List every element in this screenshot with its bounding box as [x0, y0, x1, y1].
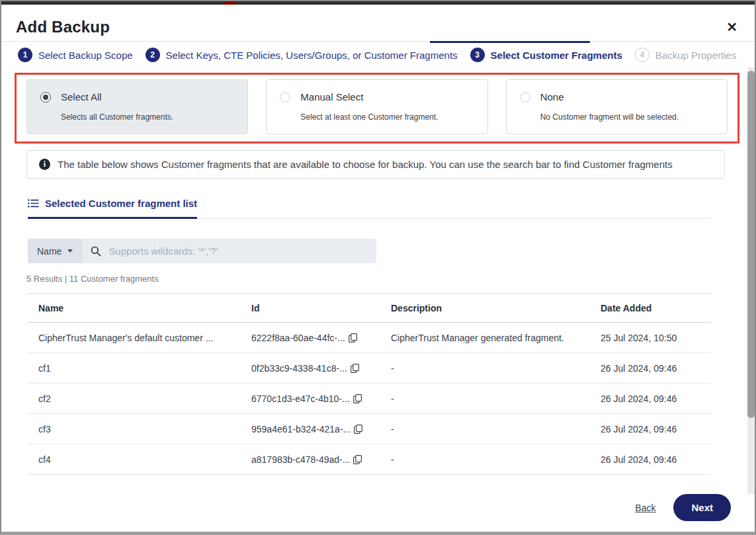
cell-date-added: 26 Jul 2024, 09:46: [601, 424, 711, 434]
cell-name: cf2: [38, 393, 251, 404]
cell-id: 6222f8aa-60ae-44fc-...: [251, 333, 391, 343]
column-header-name: Name: [38, 303, 251, 313]
step-4-backup-properties: 4 Backup Properties: [635, 48, 737, 62]
option-description: Selects all Customer fragments.: [61, 112, 234, 122]
option-card-header: Select All: [40, 91, 234, 103]
step-3-label: Select Customer Fragments: [491, 50, 622, 61]
table-row[interactable]: cf3 959a4e61-b324-421a-... - 26 Jul 2024…: [28, 414, 711, 444]
copy-icon[interactable]: [349, 333, 357, 343]
step-4-label: Backup Properties: [655, 50, 737, 61]
info-banner-text: The table below shows Customer fragments…: [58, 159, 673, 170]
tab-selected-customer-fragment-list[interactable]: Selected Customer fragment list: [28, 198, 197, 219]
cell-date-added: 26 Jul 2024, 09:46: [601, 454, 711, 465]
option-label: Select All: [61, 91, 102, 103]
step-2-select-keys[interactable]: 2 Select Keys, CTE Policies, Users/Group…: [146, 48, 458, 62]
cell-description: -: [391, 363, 601, 374]
option-description: Select at least one Customer fragment.: [300, 112, 474, 122]
column-header-date-added: Date Added: [601, 303, 711, 313]
list-icon: [28, 199, 39, 208]
tab-bar: Selected Customer fragment list: [28, 198, 711, 219]
screenshot-frame: Add Backup ✕ 1 Select Backup Scope 2 Sel…: [0, 0, 756, 535]
results-summary: 5 Results | 11 Customer fragments: [26, 274, 755, 284]
cell-id: 6770c1d3-e47c-4b10-...: [251, 393, 391, 404]
option-label: Manual Select: [300, 91, 363, 103]
cell-description: -: [391, 393, 601, 404]
scrollbar-thumb[interactable]: [747, 71, 755, 418]
search-input[interactable]: [108, 245, 368, 257]
option-card-header: None: [520, 91, 714, 103]
cell-id: 0f2b33c9-4338-41c8-...: [251, 363, 391, 374]
cell-name: cf3: [38, 424, 251, 434]
scrollbar-track[interactable]: [747, 67, 755, 494]
step-1-select-backup-scope[interactable]: 1 Select Backup Scope: [18, 48, 133, 62]
copy-icon[interactable]: [354, 425, 362, 434]
copy-icon[interactable]: [353, 394, 362, 403]
close-icon[interactable]: ✕: [726, 21, 737, 34]
step-2-badge: 2: [146, 48, 160, 62]
chevron-down-icon: [67, 249, 73, 253]
modal-footer: Back Next: [1, 494, 755, 521]
search-field: [82, 239, 376, 263]
tab-label: Selected Customer fragment list: [45, 198, 197, 209]
search-field-selector[interactable]: Name: [28, 239, 82, 263]
annotation-red-box: Select All Selects all Customer fragment…: [15, 73, 739, 144]
cell-date-added: 26 Jul 2024, 09:46: [601, 363, 711, 374]
option-card-manual-select[interactable]: Manual Select Select at least one Custom…: [266, 79, 487, 134]
customer-fragments-table: Name Id Description Date Added CipherTru…: [28, 293, 711, 475]
search-bar: Name: [28, 239, 376, 263]
step-4-badge: 4: [635, 48, 650, 62]
radio-unselected-icon[interactable]: [520, 92, 530, 103]
column-header-id: Id: [251, 303, 391, 313]
table-row[interactable]: cf4 a817983b-c478-49ad-... - 26 Jul 2024…: [28, 444, 711, 475]
cell-date-added: 26 Jul 2024, 09:46: [601, 393, 711, 404]
cell-date-added: 25 Jul 2024, 10:50: [601, 333, 711, 343]
search-icon: [91, 246, 101, 257]
scope-option-cards: Select All Selects all Customer fragment…: [26, 79, 728, 134]
cell-id: 959a4e61-b324-421a-...: [251, 424, 391, 434]
info-icon: i: [39, 159, 50, 170]
active-step-indicator: [430, 41, 590, 43]
option-card-none[interactable]: None No Customer fragment will be select…: [506, 79, 728, 134]
step-1-label: Select Backup Scope: [38, 50, 133, 61]
cell-name: cf4: [38, 454, 251, 465]
cell-description: -: [391, 424, 601, 434]
table-row[interactable]: CipherTrust Manager's default customer .…: [28, 323, 711, 353]
option-description: No Customer fragment will be selected.: [540, 112, 714, 122]
copy-icon[interactable]: [351, 364, 359, 373]
option-card-select-all[interactable]: Select All Selects all Customer fragment…: [26, 79, 248, 134]
radio-unselected-icon[interactable]: [280, 92, 290, 103]
step-2-label: Select Keys, CTE Policies, Users/Groups,…: [166, 50, 458, 61]
option-label: None: [540, 91, 564, 103]
radio-selected-icon[interactable]: [40, 92, 51, 103]
wizard-stepper: 1 Select Backup Scope 2 Select Keys, CTE…: [1, 42, 755, 69]
modal-header: Add Backup ✕: [1, 5, 755, 42]
page-title: Add Backup: [16, 18, 740, 36]
table-header-row: Name Id Description Date Added: [28, 293, 711, 323]
step-1-badge: 1: [18, 48, 32, 62]
cell-id: a817983b-c478-49ad-...: [251, 454, 391, 465]
cell-name: cf1: [38, 363, 251, 374]
back-button[interactable]: Back: [635, 503, 655, 513]
next-button[interactable]: Next: [673, 494, 731, 521]
table-row[interactable]: cf2 6770c1d3-e47c-4b10-... - 26 Jul 2024…: [28, 384, 711, 414]
table-row[interactable]: cf1 0f2b33c9-4338-41c8-... - 26 Jul 2024…: [28, 353, 711, 384]
info-banner: i The table below shows Customer fragmen…: [26, 150, 725, 179]
copy-icon[interactable]: [353, 455, 362, 464]
option-card-header: Manual Select: [280, 91, 474, 103]
cell-description: CipherTrust Manager generated fragment.: [391, 333, 601, 343]
step-3-badge: 3: [470, 48, 485, 62]
add-backup-modal: Add Backup ✕ 1 Select Backup Scope 2 Sel…: [1, 5, 755, 532]
column-header-description: Description: [391, 303, 601, 313]
cell-description: -: [391, 454, 601, 465]
search-field-selector-value: Name: [37, 246, 62, 257]
cell-name: CipherTrust Manager's default customer .…: [38, 333, 251, 343]
step-3-select-customer-fragments[interactable]: 3 Select Customer Fragments: [470, 48, 622, 62]
